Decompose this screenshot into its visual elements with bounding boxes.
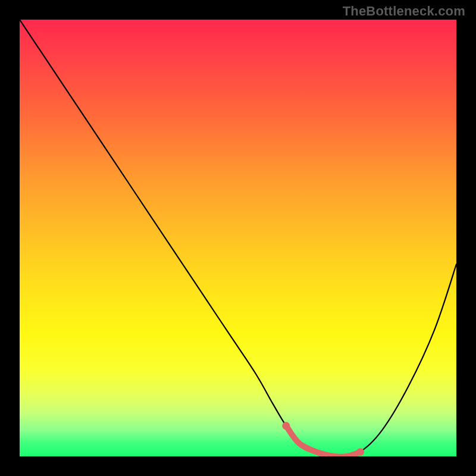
highlight-segment-path	[286, 426, 361, 456]
curve-svg	[20, 20, 456, 456]
bottleneck-curve-path	[20, 20, 456, 456]
highlight-dot-right	[356, 448, 364, 456]
highlight-dot-left	[282, 422, 290, 430]
chart-frame: TheBottleneck.com	[0, 0, 476, 476]
watermark-text: TheBottleneck.com	[343, 4, 465, 19]
plot-area	[20, 20, 456, 456]
